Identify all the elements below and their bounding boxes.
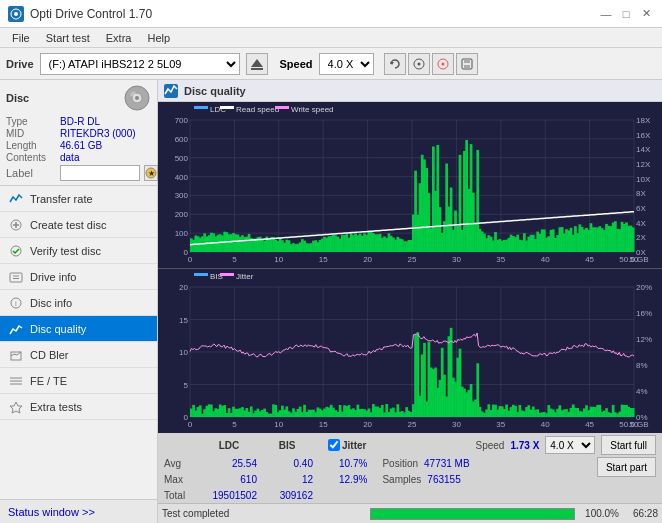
disc-icon-btn[interactable] <box>408 53 430 75</box>
start-full-button[interactable]: Start full <box>601 435 656 455</box>
titlebar: Opti Drive Control 1.70 — □ ✕ <box>0 0 662 28</box>
drive-select[interactable]: (F:) ATAPI iHBS212 2 5L09 <box>40 53 240 75</box>
bottom-stats-panel: LDC BIS Jitter Speed 1.73 X 4.0 X Start <box>158 433 662 503</box>
nav-extra-tests[interactable]: Extra tests <box>0 394 157 420</box>
nav-label-cd-bler: CD Bler <box>30 349 69 361</box>
jitter-col-header: Jitter <box>342 440 366 451</box>
bottom-chart <box>158 269 662 433</box>
top-chart <box>158 102 662 269</box>
progress-track <box>370 508 576 520</box>
eject-button[interactable] <box>246 53 268 75</box>
close-button[interactable]: ✕ <box>638 6 654 22</box>
progress-percent: 100.0% <box>579 508 619 519</box>
disc-quality-header: Disc quality <box>158 80 662 102</box>
disc-panel: Disc Type BD-R DL MID RITEKDR3 (000) Len… <box>0 80 157 186</box>
svg-rect-3 <box>251 68 263 70</box>
maximize-button[interactable]: □ <box>618 6 634 22</box>
type-label: Type <box>6 116 56 127</box>
svg-point-14 <box>135 96 139 100</box>
dq-title: Disc quality <box>184 85 246 97</box>
nav-label-fe-te: FE / TE <box>30 375 67 387</box>
progress-time: 66:28 <box>623 508 658 519</box>
total-ldc: 19501502 <box>202 490 257 501</box>
nav-label-drive-info: Drive info <box>30 271 76 283</box>
nav-label-create: Create test disc <box>30 219 106 231</box>
total-bis: 309162 <box>263 490 313 501</box>
svg-point-1 <box>14 12 18 16</box>
sidebar: Disc Type BD-R DL MID RITEKDR3 (000) Len… <box>0 80 158 523</box>
mid-value: RITEKDR3 (000) <box>60 128 136 139</box>
write-icon-btn[interactable] <box>432 53 454 75</box>
speed-info-label: Speed <box>475 440 504 451</box>
nav-transfer-rate[interactable]: Transfer rate <box>0 186 157 212</box>
fe-te-icon <box>8 373 24 389</box>
top-chart-canvas <box>158 102 662 268</box>
drive-label: Drive <box>6 58 34 70</box>
nav-label-transfer: Transfer rate <box>30 193 93 205</box>
label-input[interactable] <box>60 165 140 181</box>
max-ldc: 610 <box>202 474 257 485</box>
minimize-button[interactable]: — <box>598 6 614 22</box>
nav-verify-test-disc[interactable]: Verify test disc <box>0 238 157 264</box>
extra-tests-icon <box>8 399 24 415</box>
status-text: Test completed <box>162 508 366 519</box>
menu-help[interactable]: Help <box>139 30 178 46</box>
avg-label: Avg <box>164 458 196 469</box>
dq-icon <box>164 84 178 98</box>
progress-bar-area: Test completed 100.0% 66:28 <box>158 503 662 523</box>
nav-fe-te[interactable]: FE / TE <box>0 368 157 394</box>
svg-marker-2 <box>251 59 263 67</box>
jitter-checkbox[interactable] <box>328 439 340 451</box>
nav-cd-bler[interactable]: CD Bler <box>0 342 157 368</box>
save-icon-btn[interactable] <box>456 53 478 75</box>
svg-rect-10 <box>464 59 470 63</box>
refresh-button[interactable] <box>384 53 406 75</box>
bis-col-header: BIS <box>262 440 312 451</box>
drivebar: Drive (F:) ATAPI iHBS212 2 5L09 Speed 4.… <box>0 48 662 80</box>
speed-dropdown[interactable]: 4.0 X <box>545 436 595 454</box>
contents-label: Contents <box>6 152 56 163</box>
ldc-col-header: LDC <box>200 440 258 451</box>
samples-value: 763155 <box>427 474 460 485</box>
menu-extra[interactable]: Extra <box>98 30 140 46</box>
disc-graphic <box>123 84 151 112</box>
app-title: Opti Drive Control 1.70 <box>30 7 152 21</box>
max-label: Max <box>164 474 196 485</box>
cd-bler-icon <box>8 347 24 363</box>
type-value: BD-R DL <box>60 116 100 127</box>
label-icon-btn[interactable]: ★ <box>144 165 158 181</box>
svg-rect-22 <box>10 273 22 282</box>
svg-marker-31 <box>10 402 22 413</box>
nav-disc-info[interactable]: i Disc info <box>0 290 157 316</box>
disc-section-title: Disc <box>6 92 29 104</box>
main-layout: Disc Type BD-R DL MID RITEKDR3 (000) Len… <box>0 80 662 523</box>
nav-label-verify: Verify test disc <box>30 245 101 257</box>
nav-label-disc-info: Disc info <box>30 297 72 309</box>
avg-bis: 0.40 <box>263 458 313 469</box>
disc-quality-icon <box>8 321 24 337</box>
nav-disc-quality[interactable]: Disc quality <box>0 316 157 342</box>
bottom-chart-canvas <box>158 269 662 433</box>
position-value: 47731 MB <box>424 458 470 469</box>
menu-start-test[interactable]: Start test <box>38 30 98 46</box>
nav-drive-info[interactable]: Drive info <box>0 264 157 290</box>
samples-label: Samples <box>382 474 421 485</box>
verify-test-icon <box>8 243 24 259</box>
nav-label-extra-tests: Extra tests <box>30 401 82 413</box>
content-area: Disc quality LDC BIS <box>158 80 662 523</box>
position-label: Position <box>382 458 418 469</box>
speed-select[interactable]: 4.0 X <box>319 53 374 75</box>
nav-create-test-disc[interactable]: Create test disc <box>0 212 157 238</box>
svg-text:★: ★ <box>148 169 155 178</box>
svg-point-6 <box>417 62 420 65</box>
status-window-button[interactable]: Status window >> <box>0 499 157 523</box>
length-label: Length <box>6 140 56 151</box>
speed-label: Speed <box>280 58 313 70</box>
charts-container <box>158 102 662 433</box>
avg-ldc: 25.54 <box>202 458 257 469</box>
length-value: 46.61 GB <box>60 140 102 151</box>
svg-point-8 <box>441 62 444 65</box>
start-part-button[interactable]: Start part <box>597 457 656 477</box>
max-bis: 12 <box>263 474 313 485</box>
menu-file[interactable]: File <box>4 30 38 46</box>
